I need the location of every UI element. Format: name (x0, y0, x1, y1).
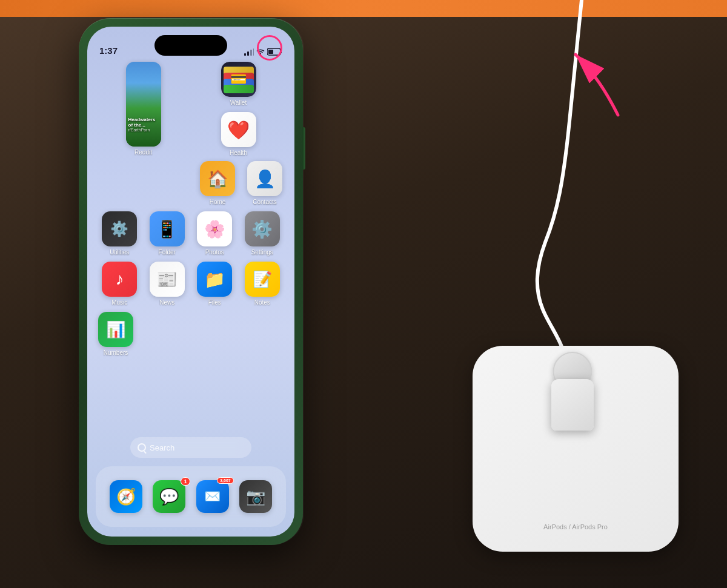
notes-label: Notes (254, 299, 270, 306)
settings-label: Settings (251, 249, 273, 256)
search-icon (138, 443, 146, 452)
iphone: 1:37 (79, 18, 303, 545)
messages-badge: 1 (181, 477, 190, 486)
home-icon: 🏠 (200, 161, 235, 196)
files-label: Files (208, 299, 221, 306)
health-icon: ❤️ (221, 112, 256, 147)
app-grid: Headwaters of the... r/EarthPorn Reddit (93, 62, 288, 362)
search-text: Search (150, 443, 174, 452)
iphone-screen: 1:37 (87, 27, 294, 537)
orange-strip (0, 0, 727, 17)
battery-highlight-circle (257, 35, 282, 61)
app-news[interactable]: 📰 News (150, 262, 185, 306)
watch-puck-base (551, 379, 594, 431)
utilities-label: Utilities (110, 249, 129, 256)
messages-icon: 💬 (153, 480, 185, 513)
music-icon: ♪ (102, 262, 137, 297)
iphone-case: 1:37 (79, 18, 303, 545)
wallet-label: Wallet (230, 99, 247, 106)
safari-icon: 🧭 (110, 480, 142, 513)
dock-messages[interactable]: 💬 1 (153, 480, 185, 513)
notes-icon: 📝 (245, 262, 280, 297)
home-label: Home (210, 199, 226, 205)
contacts-label: Contacts (253, 199, 276, 205)
music-label: Music (111, 299, 127, 306)
svg-rect-1 (247, 51, 249, 56)
dock-mail[interactable]: ✉️ 3,667 (196, 480, 229, 513)
app-photos[interactable]: 🌸 Photos (197, 211, 232, 256)
photos-label: Photos (205, 249, 224, 256)
news-label: News (159, 299, 174, 306)
mail-icon: ✉️ (196, 480, 229, 513)
scene: AirPods / AirPods Pro 1:37 (0, 0, 727, 588)
app-files[interactable]: 📁 Files (197, 262, 232, 306)
photos-icon: 🌸 (197, 211, 232, 246)
utilities-icon: ⚙️ (102, 211, 137, 246)
numbers-icon: 📊 (98, 312, 133, 347)
settings-icon: ⚙️ (245, 211, 280, 246)
contacts-icon: 👤 (247, 161, 282, 196)
status-time: 1:37 (99, 45, 118, 56)
app-numbers[interactable]: 📊 Numbers (98, 312, 133, 356)
mail-badge: 3,667 (217, 477, 234, 484)
camera-icon: 📷 (239, 480, 272, 513)
app-contacts[interactable]: 👤 Contacts (247, 161, 282, 205)
svg-rect-2 (250, 50, 252, 56)
dock: 🧭 💬 1 ✉️ 3,667 (96, 466, 286, 527)
app-music[interactable]: ♪ Music (102, 262, 137, 306)
app-utilities[interactable]: ⚙️ Utilities (102, 211, 137, 256)
reddit-widget-inner: Headwaters of the... r/EarthPorn (126, 62, 161, 147)
dock-camera[interactable]: 📷 (239, 480, 272, 513)
wallet-cards-visual: 💳 (221, 62, 256, 97)
app-home[interactable]: 🏠 Home (200, 161, 235, 205)
wallet-icon: 💳 (221, 62, 256, 97)
dynamic-island (154, 35, 227, 56)
app-wallet[interactable]: 💳 Wallet (221, 62, 256, 106)
news-icon: 📰 (150, 262, 185, 297)
health-heart-emoji: ❤️ (227, 119, 250, 140)
numbers-label: Numbers (104, 349, 128, 356)
app-notes[interactable]: 📝 Notes (245, 262, 280, 306)
search-bar[interactable]: Search (130, 437, 251, 458)
folder-icon: 📱 (150, 211, 185, 246)
dock-safari[interactable]: 🧭 (110, 480, 142, 513)
watch-charger (545, 352, 600, 431)
signal-icon (244, 48, 254, 56)
svg-rect-3 (253, 48, 254, 56)
reddit-title: Headwaters of the... (128, 117, 159, 128)
app-health[interactable]: ❤️ Health (221, 112, 256, 156)
app-reddit[interactable]: Headwaters of the... r/EarthPorn Reddit (126, 62, 161, 156)
app-folder[interactable]: 📱 Folder (150, 211, 185, 256)
files-icon: 📁 (197, 262, 232, 297)
health-label: Health (230, 150, 247, 156)
airpods-label: AirPods / AirPods Pro (543, 523, 608, 530)
svg-rect-0 (244, 53, 246, 56)
reddit-label: Reddit (134, 149, 152, 156)
reddit-subreddit: r/EarthPorn (128, 128, 159, 132)
app-settings[interactable]: ⚙️ Settings (245, 211, 280, 256)
folder-label: Folder (159, 249, 176, 256)
